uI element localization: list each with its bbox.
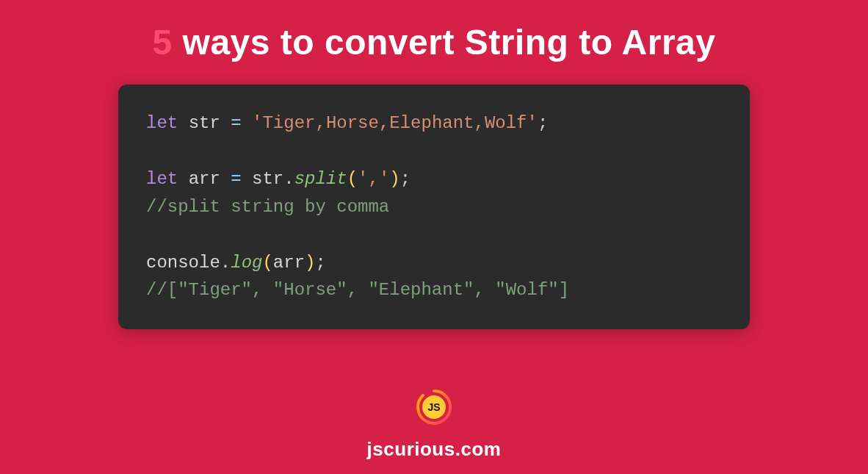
code-line-3: let arr = str.split(','); bbox=[146, 165, 722, 193]
arg-arr: arr bbox=[273, 253, 305, 273]
code-comment: //["Tiger", "Horse", "Elephant", "Wolf"] bbox=[146, 276, 722, 304]
semicolon: ; bbox=[400, 169, 411, 189]
svg-text:JS: JS bbox=[427, 401, 440, 413]
var-arr: arr bbox=[189, 169, 220, 189]
page-title: 5 ways to convert String to Array bbox=[0, 0, 868, 62]
code-block: let str = 'Tiger,Horse,Elephant,Wolf'; l… bbox=[118, 85, 750, 329]
obj-str: str bbox=[252, 169, 283, 189]
method-split: split bbox=[294, 169, 347, 189]
method-log: log bbox=[231, 253, 262, 273]
js-logo-icon: JS bbox=[415, 388, 453, 426]
semicolon: ; bbox=[538, 113, 548, 133]
title-number: 5 bbox=[153, 23, 173, 62]
dot: . bbox=[220, 253, 231, 273]
site-name: jscurious.com bbox=[0, 438, 868, 461]
op-equals: = bbox=[231, 113, 241, 133]
paren-close: ) bbox=[305, 253, 315, 273]
string-literal: 'Tiger,Horse,Elephant,Wolf' bbox=[252, 113, 538, 133]
paren-close: ) bbox=[389, 169, 399, 189]
string-arg: ',' bbox=[358, 169, 389, 189]
keyword-let: let bbox=[146, 113, 178, 133]
obj-console: console bbox=[146, 253, 220, 273]
op-equals: = bbox=[231, 169, 241, 189]
code-line-blank bbox=[146, 137, 722, 165]
title-text: ways to convert String to Array bbox=[173, 23, 716, 62]
keyword-let: let bbox=[146, 169, 178, 189]
footer: JS jscurious.com bbox=[0, 388, 868, 461]
var-str: str bbox=[189, 113, 220, 133]
code-line-1: let str = 'Tiger,Horse,Elephant,Wolf'; bbox=[146, 109, 722, 137]
paren-open: ( bbox=[262, 253, 272, 273]
paren-open: ( bbox=[347, 169, 358, 189]
code-line-blank bbox=[146, 221, 722, 249]
code-comment: //split string by comma bbox=[146, 193, 722, 221]
code-line-6: console.log(arr); bbox=[146, 249, 722, 277]
dot: . bbox=[283, 169, 294, 189]
semicolon: ; bbox=[315, 253, 325, 273]
